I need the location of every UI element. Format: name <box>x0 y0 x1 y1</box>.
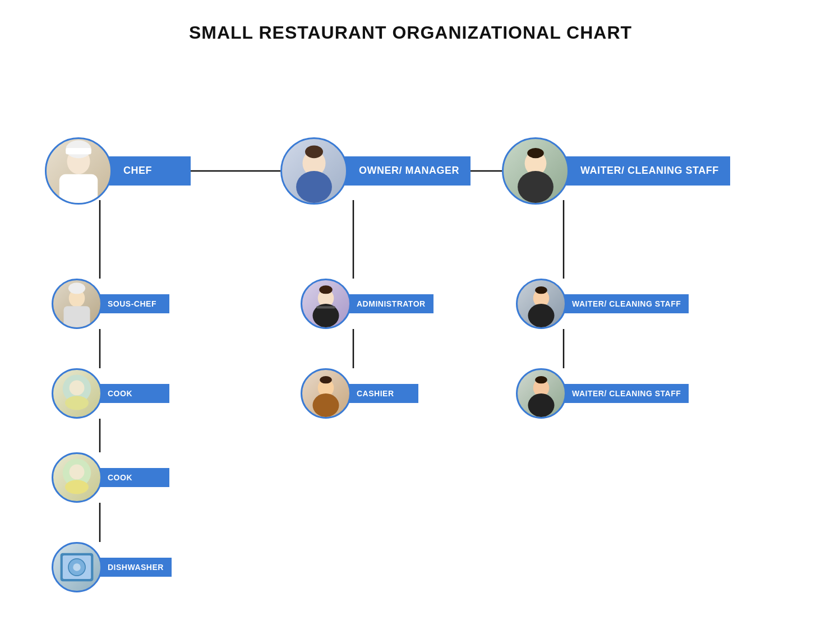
node-sous: SOUS-CHEF <box>52 279 169 329</box>
avatar-admin <box>301 279 351 329</box>
svg-rect-26 <box>316 306 335 308</box>
node-admin: ADMINISTRATOR <box>301 279 433 329</box>
avatar-cashier <box>301 368 351 419</box>
node-owner: OWNER/ MANAGER <box>280 137 471 205</box>
svg-point-16 <box>305 145 323 158</box>
page-title: SMALL RESTAURANT ORGANIZATIONAL CHART <box>0 0 821 71</box>
node-chef: CHEF <box>45 137 191 205</box>
node-cook2: COOK <box>52 452 169 503</box>
avatar-waiter3 <box>516 368 566 419</box>
label-sous: SOUS-CHEF <box>91 294 169 313</box>
label-chef: CHEF <box>101 156 191 185</box>
node-waiter2: WAITER/ CLEANING STAFF <box>516 279 689 329</box>
svg-point-32 <box>70 380 85 395</box>
label-cook2: COOK <box>91 468 169 487</box>
label-cashier: CASHIER <box>340 384 418 403</box>
label-waiter2: WAITER/ CLEANING STAFF <box>555 294 689 313</box>
label-owner: OWNER/ MANAGER <box>336 156 471 185</box>
svg-point-37 <box>528 393 554 417</box>
svg-point-45 <box>73 563 80 571</box>
node-cashier: CASHIER <box>301 368 418 419</box>
svg-point-41 <box>70 464 85 479</box>
node-waiter3: WAITER/ CLEANING STAFF <box>516 368 689 419</box>
svg-rect-11 <box>59 174 98 203</box>
avatar-waiter-main <box>502 137 569 205</box>
svg-rect-21 <box>63 306 90 327</box>
node-cook1: COOK <box>52 368 169 419</box>
svg-rect-13 <box>66 148 91 154</box>
svg-point-38 <box>535 376 547 383</box>
svg-point-15 <box>296 171 332 203</box>
svg-point-40 <box>65 480 89 494</box>
avatar-owner <box>280 137 348 205</box>
avatar-dishwasher <box>52 542 102 592</box>
avatar-waiter2 <box>516 279 566 329</box>
svg-point-28 <box>528 304 554 327</box>
avatar-cook1 <box>52 368 102 419</box>
svg-point-29 <box>535 286 547 294</box>
svg-point-18 <box>518 171 554 203</box>
org-chart: CHEF OWNER/ MANAGER WAITER/ CLEANING STA… <box>0 71 821 632</box>
node-dishwasher: DISHWASHER <box>52 542 172 592</box>
label-waiter-main: WAITER/ CLEANING STAFF <box>558 156 730 185</box>
label-dishwasher: DISHWASHER <box>91 558 172 577</box>
svg-point-22 <box>68 282 85 294</box>
label-waiter3: WAITER/ CLEANING STAFF <box>555 384 689 403</box>
label-cook1: COOK <box>91 384 169 403</box>
svg-point-19 <box>527 148 544 158</box>
svg-point-34 <box>312 393 339 417</box>
avatar-cook2 <box>52 452 102 503</box>
avatar-chef <box>45 137 112 205</box>
svg-point-31 <box>65 396 89 410</box>
svg-point-35 <box>320 376 332 383</box>
node-waiter-main: WAITER/ CLEANING STAFF <box>502 137 730 205</box>
avatar-sous <box>52 279 102 329</box>
label-admin: ADMINISTRATOR <box>340 294 433 313</box>
svg-point-25 <box>319 285 333 294</box>
